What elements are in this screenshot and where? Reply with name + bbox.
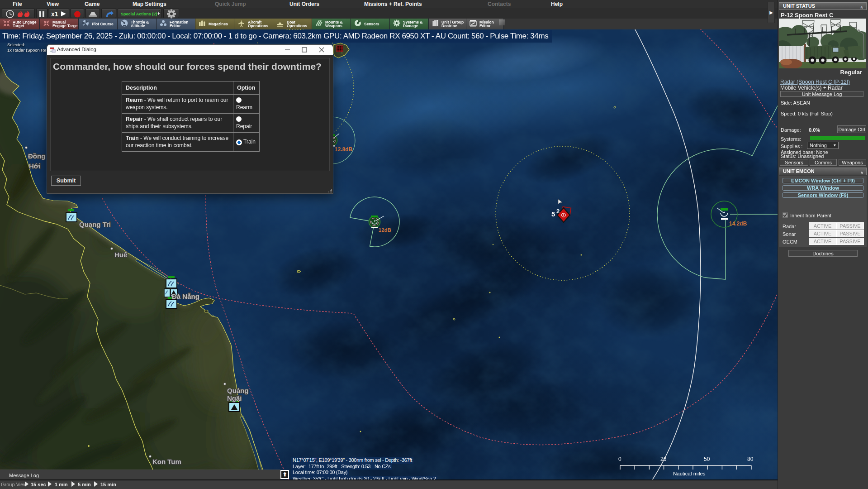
svg-text:26: 26 — [660, 456, 667, 462]
svg-text:80: 80 — [747, 456, 754, 462]
svg-text:Đà Nẵng: Đà Nẵng — [172, 292, 199, 300]
svg-text:12.8dB: 12.8dB — [335, 146, 353, 153]
svg-text:Ngãi: Ngãi — [227, 394, 242, 402]
svg-text:Kon Tum: Kon Tum — [152, 458, 181, 465]
svg-text:Quang Tri: Quang Tri — [79, 221, 111, 228]
svg-text:Quảng: Quảng — [227, 387, 249, 394]
svg-text:x1: x1 — [51, 10, 58, 18]
svg-text:0: 0 — [618, 456, 621, 462]
svg-text:14.2dB: 14.2dB — [729, 221, 747, 227]
svg-text:5: 5 — [551, 210, 555, 218]
svg-text:50: 50 — [704, 456, 710, 462]
svg-text:2: 2 — [556, 208, 560, 215]
svg-text:Hới: Hới — [29, 162, 41, 170]
svg-text:Nautical miles: Nautical miles — [673, 471, 706, 476]
svg-text:Đồng: Đồng — [28, 152, 45, 160]
svg-text:Huế: Huế — [114, 251, 128, 259]
svg-text:12dB: 12dB — [379, 227, 391, 233]
